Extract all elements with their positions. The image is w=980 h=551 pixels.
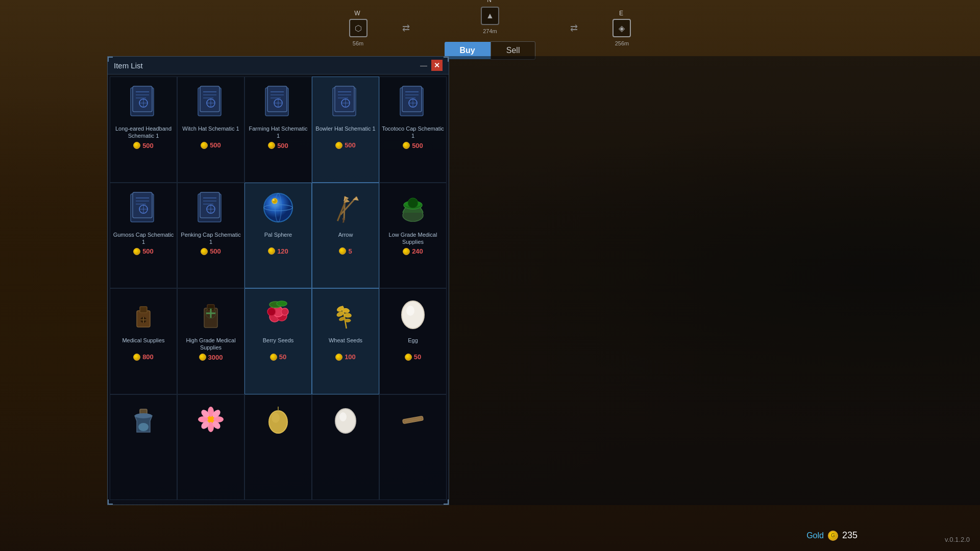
svg-point-95: [402, 301, 424, 329]
item-cell[interactable]: Long-eared Headband Schematic 1500: [110, 77, 177, 183]
item-price-row: 120: [268, 247, 288, 255]
item-cell[interactable]: [379, 394, 447, 500]
item-cell[interactable]: Farming Hat Schematic 1500: [244, 77, 312, 183]
item-icon: [258, 81, 299, 122]
item-name: Bowler Hat Schematic 1: [315, 125, 375, 139]
item-name: Gumoss Cap Schematic 1: [112, 231, 175, 246]
right-panel: [449, 56, 980, 505]
item-cell[interactable]: Berry Seeds50: [244, 288, 312, 394]
price-coin-icon: [133, 354, 140, 361]
item-cell[interactable]: [110, 394, 177, 500]
exchange-right-button[interactable]: ⇄: [566, 20, 582, 36]
version-label: v.0.1.2.0: [945, 536, 970, 543]
item-name: Arrow: [338, 231, 353, 245]
item-price-row: 500: [201, 141, 221, 149]
item-name: Low Grade Medical Supplies: [382, 231, 444, 246]
compass-east: E ◈ 256m: [612, 10, 631, 46]
item-name: Penking Cap Schematic 1: [180, 231, 242, 246]
item-cell[interactable]: Pal Sphere120: [244, 183, 312, 289]
item-price-row: 800: [133, 353, 154, 361]
dist-center: 274m: [483, 28, 497, 34]
svg-point-110: [272, 413, 280, 423]
svg-point-56: [264, 193, 292, 222]
item-cell[interactable]: [312, 394, 379, 500]
item-price: 500: [277, 142, 288, 149]
item-cell[interactable]: Witch Hat Schematic 1500: [177, 77, 244, 183]
price-coin-icon: [270, 354, 277, 361]
item-cell[interactable]: Low Grade Medical Supplies240: [379, 183, 447, 289]
price-coin-icon: [268, 247, 275, 255]
item-icon: [123, 293, 164, 334]
item-list-window: Item List — ✕ Long-eared Headband Schema…: [107, 56, 449, 505]
svg-point-85: [281, 308, 288, 315]
price-coin-icon: [335, 354, 342, 361]
item-icon: [325, 399, 366, 440]
item-price: 500: [210, 247, 221, 255]
item-icon: [325, 187, 366, 228]
item-icon: [123, 399, 164, 440]
item-price: 5: [348, 247, 352, 255]
svg-point-72: [408, 198, 418, 208]
item-price-row: 500: [335, 141, 356, 149]
price-coin-icon: [339, 247, 346, 255]
window-titlebar: Item List — ✕: [108, 57, 449, 74]
compass-e-icon: ◈: [612, 19, 631, 37]
item-name: Medical Supplies: [122, 337, 164, 351]
svg-point-59: [272, 198, 277, 204]
compass-n-icon: ▲ 274m: [481, 7, 499, 34]
svg-point-96: [406, 306, 414, 316]
item-name: Egg: [408, 337, 418, 351]
item-cell[interactable]: High Grade Medical Supplies3000: [177, 288, 244, 394]
item-icon: [325, 81, 366, 122]
item-price: 3000: [208, 354, 223, 361]
dist-right: 256m: [615, 40, 629, 46]
item-price-row: 50: [405, 353, 421, 361]
item-cell[interactable]: Egg50: [379, 288, 447, 394]
price-coin-icon: [335, 142, 342, 149]
svg-point-84: [267, 308, 276, 316]
close-button[interactable]: ✕: [431, 60, 443, 71]
item-price-row: 100: [335, 353, 356, 361]
svg-point-99: [138, 423, 149, 431]
item-name: Wheat Seeds: [329, 337, 362, 351]
item-name: High Grade Medical Supplies: [180, 337, 242, 352]
svg-point-60: [273, 199, 275, 201]
gold-amount: 235: [842, 530, 857, 541]
item-price-row: 500: [268, 142, 288, 149]
item-name: Farming Hat Schematic 1: [247, 125, 309, 140]
price-coin-icon: [405, 354, 412, 361]
item-cell[interactable]: Gumoss Cap Schematic 1500: [110, 183, 177, 289]
gold-display: Gold G 235: [806, 530, 857, 541]
item-price-row: 50: [270, 353, 286, 361]
compass-west: W ⬡ 56m: [349, 10, 368, 46]
item-icon: [258, 293, 299, 334]
item-icon: [393, 81, 433, 122]
window-controls: — ✕: [420, 60, 443, 71]
compass-center: N ▲ 274m Buy Sell: [445, 0, 536, 60]
price-coin-icon: [403, 248, 410, 255]
item-cell[interactable]: [177, 394, 244, 500]
gold-label: Gold: [806, 531, 824, 540]
item-cell[interactable]: [244, 394, 312, 500]
item-cell[interactable]: Penking Cap Schematic 1500: [177, 183, 244, 289]
minimize-button[interactable]: —: [420, 60, 427, 71]
price-coin-icon: [268, 142, 275, 149]
compass-bar: W ⬡ 56m ⇄ N ▲ 274m Buy Sell ⇄ E ◈ 256m: [349, 0, 631, 60]
compass-e-label: E: [619, 10, 625, 17]
price-coin-icon: [133, 248, 140, 255]
svg-point-87: [277, 301, 287, 306]
item-price-row: 500: [133, 247, 154, 255]
item-cell[interactable]: Medical Supplies800: [110, 288, 177, 394]
item-price-row: 3000: [199, 354, 223, 361]
exchange-left-button[interactable]: ⇄: [398, 20, 414, 36]
item-cell[interactable]: Bowler Hat Schematic 1500: [312, 77, 379, 183]
item-cell[interactable]: Tocotoco Cap Schematic 1500: [379, 77, 447, 183]
item-price: 120: [277, 247, 288, 255]
item-cell[interactable]: Wheat Seeds100: [312, 288, 379, 394]
item-price-row: 5: [339, 247, 352, 255]
item-price: 240: [412, 247, 423, 255]
item-icon: [190, 187, 231, 228]
item-cell[interactable]: Arrow5: [312, 183, 379, 289]
item-price: 50: [414, 353, 421, 361]
hud-top: W ⬡ 56m ⇄ N ▲ 274m Buy Sell ⇄ E ◈ 256m: [0, 0, 980, 56]
